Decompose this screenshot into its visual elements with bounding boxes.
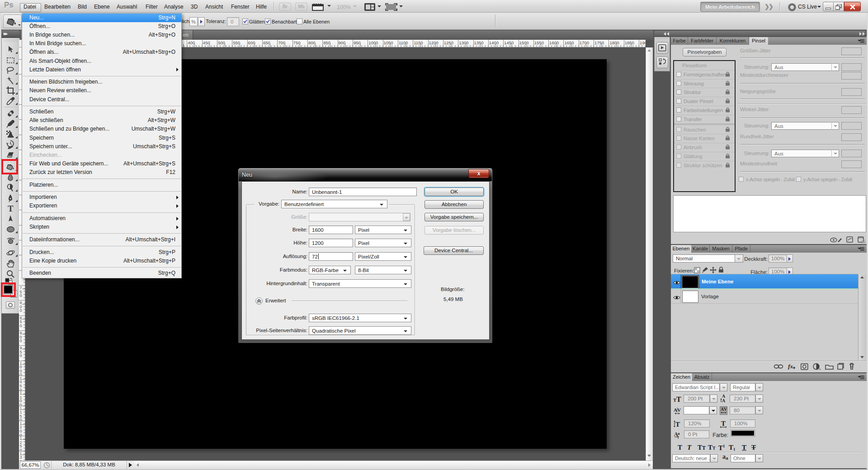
- svg-text:V: V: [724, 407, 727, 412]
- svg-text:A: A: [722, 398, 726, 403]
- svg-text:T: T: [676, 395, 681, 403]
- svg-text:T: T: [8, 204, 14, 213]
- svg-text:a: a: [678, 431, 680, 436]
- svg-text:T: T: [721, 420, 726, 427]
- svg-text:T: T: [675, 421, 680, 428]
- svg-text:V: V: [677, 407, 681, 413]
- svg-text:A: A: [674, 407, 677, 413]
